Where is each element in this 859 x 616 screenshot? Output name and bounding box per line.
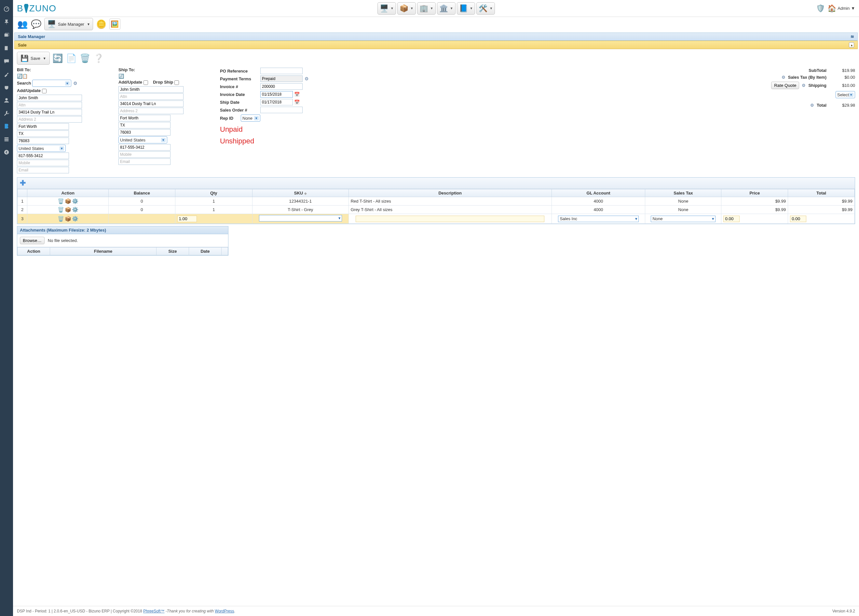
shipdate-calendar-icon[interactable]: 📅 (294, 100, 300, 105)
dropship-chk[interactable] (174, 80, 179, 85)
rate-quote-button[interactable]: Rate Quote (771, 82, 799, 89)
sonum-input[interactable] (260, 107, 303, 113)
media-icon[interactable] (3, 31, 10, 39)
reports-icon[interactable]: 🖼️ (109, 19, 120, 30)
plugins-icon[interactable] (3, 83, 10, 91)
total-gear-icon[interactable]: ⚙ (810, 103, 814, 108)
shipto-email[interactable] (119, 158, 170, 165)
panel-collapse-icon[interactable]: ▴ (849, 42, 854, 47)
billto-country[interactable]: United States (17, 145, 66, 152)
table-row[interactable]: 1🗑️📦⚙️0112344321-1Red T-Shirt - All size… (17, 197, 855, 206)
shipto-city[interactable] (119, 115, 170, 121)
terms-gear-icon[interactable]: ⚙ (304, 76, 309, 81)
price-input[interactable] (723, 216, 740, 222)
nav-inventory[interactable]: 📦▼ (397, 2, 416, 15)
nav-tools[interactable]: 🛠️▼ (476, 2, 495, 15)
shipto-attn[interactable] (119, 94, 184, 100)
new-icon[interactable]: 📄 (66, 52, 77, 64)
billto-email[interactable] (17, 167, 69, 173)
pages-icon[interactable] (3, 44, 10, 52)
row-gear-icon[interactable]: ⚙️ (72, 198, 78, 204)
nav-dashboard[interactable]: 🖥️▼ (378, 2, 396, 15)
search-select[interactable] (32, 80, 71, 87)
sku-select[interactable] (259, 215, 342, 221)
alert-icon[interactable]: 🛡️ (816, 4, 825, 13)
col-sku[interactable]: SKU ◆ (252, 189, 348, 197)
settings-icon[interactable] (3, 135, 10, 143)
terms-input[interactable] (260, 75, 303, 82)
sale-manager-combo[interactable]: 🖥️Sale Manager▼ (44, 18, 93, 30)
help-icon[interactable]: ❔ (93, 52, 105, 64)
billto-addr2[interactable] (17, 116, 82, 123)
shipto-phone[interactable] (119, 144, 170, 151)
tax-gear-icon[interactable]: ⚙ (782, 75, 786, 80)
row-props-icon[interactable]: 📦 (65, 206, 71, 213)
comments-icon[interactable] (3, 57, 10, 65)
billto-addupdate-chk[interactable] (42, 89, 47, 94)
gl-select[interactable]: Sales Inc (558, 216, 639, 222)
rep-select[interactable]: None (241, 114, 260, 122)
shipto-zip[interactable] (119, 129, 170, 136)
billto-city[interactable] (17, 123, 69, 130)
shipto-name[interactable] (119, 86, 184, 93)
gear-icon[interactable]: ⚙ (73, 81, 78, 86)
appearance-icon[interactable] (3, 70, 10, 78)
nav-banking[interactable]: 🏛️▼ (437, 2, 456, 15)
row-trash-icon[interactable]: 🗑️ (58, 206, 64, 213)
tax-select[interactable]: None (651, 216, 715, 222)
billto-mobile[interactable] (17, 160, 69, 166)
table-row-editing[interactable]: 3🗑️📦⚙️Sales IncNone (17, 214, 855, 224)
wordpress-link[interactable]: WordPress (215, 609, 234, 613)
row-props-icon[interactable]: 📦 (65, 216, 71, 222)
invdate-calendar-icon[interactable]: 📅 (294, 92, 300, 97)
billto-zip[interactable] (17, 137, 69, 144)
tools-icon[interactable] (3, 109, 10, 117)
shipto-country[interactable]: United States (119, 136, 167, 143)
save-button[interactable]: 💾Save▼ (17, 52, 50, 65)
qty-input[interactable] (177, 216, 197, 222)
po-ref-input[interactable] (260, 68, 303, 74)
users-icon[interactable] (3, 96, 10, 104)
row-gear-icon[interactable]: ⚙️ (72, 206, 78, 213)
nav-gl[interactable]: 📘▼ (457, 2, 475, 15)
desc-input[interactable] (356, 216, 544, 222)
shipping-select[interactable]: Select (836, 91, 855, 98)
refresh-icon[interactable]: 🔄 (17, 73, 22, 79)
shipto-addr1[interactable] (119, 100, 184, 107)
table-row[interactable]: 2🗑️📦⚙️01T-Shirt - GreyGrey T-Shirt - All… (17, 206, 855, 214)
browse-button[interactable]: Browse… (20, 237, 45, 244)
billto-addr1[interactable] (17, 109, 82, 115)
pin-icon[interactable] (3, 18, 10, 26)
shipto-refresh-icon[interactable]: 🔄 (119, 73, 123, 79)
shipto-addr2[interactable] (119, 108, 184, 114)
total-input[interactable] (790, 216, 806, 222)
panel-expand-icon[interactable]: ≋ (851, 34, 854, 39)
row-gear-icon[interactable]: ⚙️ (72, 216, 78, 222)
billto-phone[interactable] (17, 153, 69, 159)
shipto-state[interactable] (119, 122, 170, 128)
shipping-gear-icon[interactable]: ⚙ (802, 83, 806, 88)
invdate-input[interactable] (260, 91, 293, 98)
billto-name[interactable] (17, 95, 82, 101)
phreesoft-link[interactable]: PhreeSoft™ (143, 609, 164, 613)
row-trash-icon[interactable]: 🗑️ (58, 198, 64, 204)
add-row-icon[interactable]: ✚ (20, 179, 26, 187)
row-props-icon[interactable]: 📦 (65, 198, 71, 204)
dashboard-icon[interactable] (3, 5, 10, 13)
copy-icon[interactable]: 📋 (22, 73, 27, 79)
payments-icon[interactable]: 🪙 (96, 19, 107, 30)
quotes-icon[interactable]: 💬 (31, 19, 42, 30)
row-trash-icon[interactable]: 🗑️ (58, 216, 64, 222)
invnum-input[interactable] (260, 83, 303, 90)
trash-icon[interactable]: 🗑️ (79, 52, 91, 64)
billto-attn[interactable] (17, 102, 82, 108)
nav-customers[interactable]: 🏢▼ (417, 2, 436, 15)
shipdate-input[interactable] (260, 99, 293, 105)
shipto-mobile[interactable] (119, 151, 170, 158)
billto-state[interactable] (17, 130, 69, 137)
shipto-addupdate-chk[interactable] (144, 80, 148, 85)
bizuno-icon[interactable] (3, 122, 10, 130)
admin-menu[interactable]: 🏠Admin▼ (828, 4, 855, 13)
contacts-icon[interactable]: 👥 (17, 19, 28, 30)
collapse-icon[interactable] (3, 148, 10, 156)
